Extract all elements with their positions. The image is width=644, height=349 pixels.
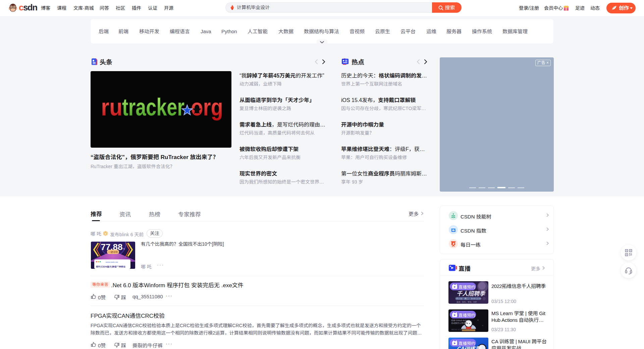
svg-text:tracker: tracker <box>122 112 184 139</box>
svg-text:c: c <box>19 3 23 12</box>
svg-text:一键领取: 一键领取 <box>108 250 118 254</box>
svg-text:直播预约: 直播预约 <box>459 284 475 290</box>
svg-text:%: % <box>123 248 125 250</box>
svg-text:直播预约: 直播预约 <box>459 312 475 318</box>
svg-text:V: V <box>104 232 106 235</box>
svg-text:直播预约: 直播预约 <box>459 340 475 346</box>
svg-text:www.csdn.net: www.csdn.net <box>105 261 118 263</box>
svg-text:嘉宾：张凯，李明，待定: 嘉宾：张凯，李明，待定 <box>457 301 477 303</box>
svg-text:3月23日 11:30-12:30 直播: 3月23日 11:30-12:30 直播 <box>451 328 470 331</box>
svg-text:自动执行工作流 ●: 自动执行工作流 ● <box>451 321 468 325</box>
svg-text:提升[CSDN重力]颜值**神奇站: 提升[CSDN重力]颜值**神奇站 <box>96 265 125 268</box>
svg-text:ru: ru <box>101 112 122 139</box>
svg-text:sdn: sdn <box>23 3 37 12</box>
svg-text:org: org <box>191 112 223 139</box>
svg-text:3月15日（周二）20:00-21:00: 3月15日（周二）20:00-21:00 <box>455 297 482 300</box>
